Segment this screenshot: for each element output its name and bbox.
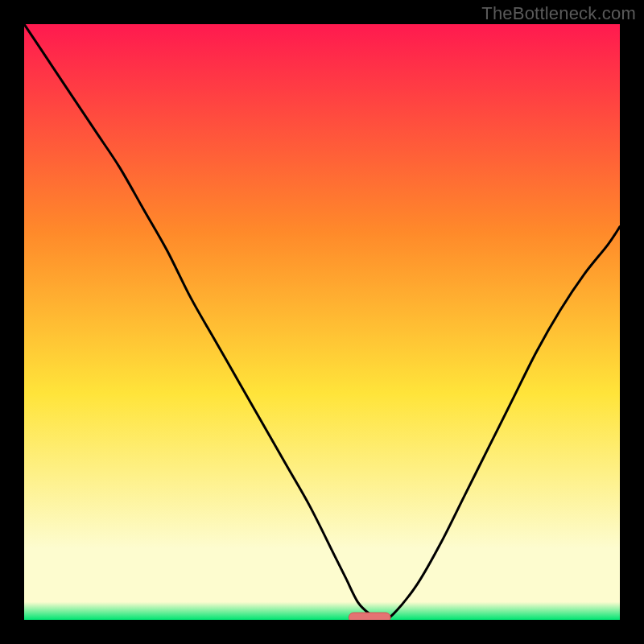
attribution-text: TheBottleneck.com (481, 3, 636, 24)
chart-frame: TheBottleneck.com (0, 0, 644, 644)
optimal-marker (349, 613, 390, 620)
bottleneck-chart (24, 24, 620, 620)
